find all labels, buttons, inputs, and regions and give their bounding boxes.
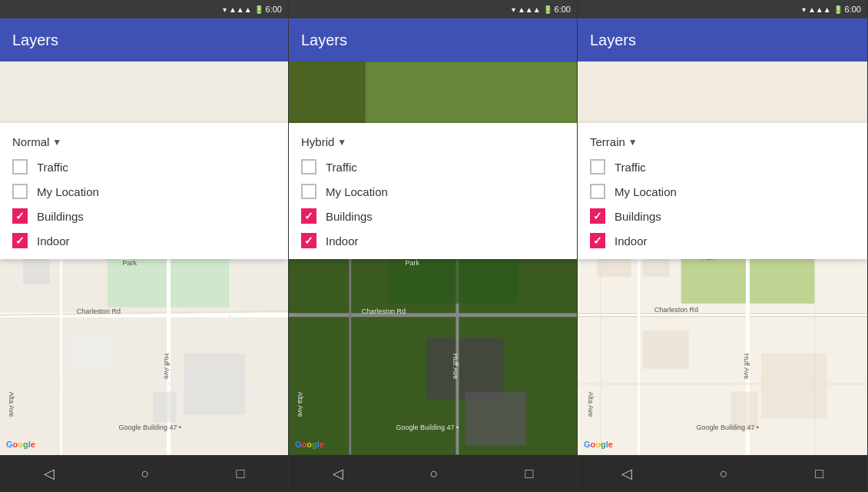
checkbox-box-mylocation-normal[interactable] <box>12 184 28 199</box>
checkbox-box-buildings-terrain[interactable]: ✓ <box>590 208 605 224</box>
nav-bar-normal: ◁ ○ □ <box>0 455 288 492</box>
recent-button-terrain[interactable]: □ <box>815 466 823 482</box>
checkbox-indoor-terrain[interactable]: ✓ Indoor <box>578 228 867 253</box>
back-button-normal[interactable]: ◁ <box>44 465 55 482</box>
signal-icon-terrain: ▲▲▲ <box>808 5 831 14</box>
svg-text:Google Building 47 •: Google Building 47 • <box>119 424 181 431</box>
status-icons: ▾ ▲▲▲ 🔋 6:00 <box>223 5 282 14</box>
checkbox-indoor-hybrid[interactable]: ✓ Indoor <box>289 228 577 253</box>
map-area-terrain[interactable]: Googleplex • Charleston Park Charleston … <box>578 62 867 455</box>
checkbox-box-traffic-normal[interactable] <box>12 159 28 175</box>
checkbox-box-mylocation-terrain[interactable] <box>590 184 605 199</box>
status-bar-terrain: ▾ ▲▲▲ 🔋 6:00 <box>578 0 867 18</box>
checkbox-box-indoor-terrain[interactable]: ✓ <box>590 233 605 248</box>
map-type-dropdown-normal[interactable]: Normal ▼ <box>0 129 288 155</box>
map-area-normal[interactable]: Googleplex • Charleston Park Charleston … <box>0 62 288 455</box>
checkbox-buildings-normal[interactable]: ✓ Buildings <box>0 204 288 228</box>
wifi-icon: ▾ <box>223 5 227 14</box>
checkbox-buildings-terrain[interactable]: ✓ Buildings <box>578 204 867 228</box>
google-logo-terrain: Google <box>584 440 613 449</box>
checkbox-box-traffic-terrain[interactable] <box>590 159 605 175</box>
svg-text:Charleston Rd: Charleston Rd <box>654 306 698 314</box>
google-logo-hybrid: Google <box>295 440 324 449</box>
checkbox-buildings-hybrid[interactable]: ✓ Buildings <box>289 204 577 228</box>
checkbox-label-traffic-terrain: Traffic <box>615 161 646 174</box>
checkbox-label-buildings-hybrid: Buildings <box>326 210 373 223</box>
back-button-terrain[interactable]: ◁ <box>621 465 632 482</box>
svg-rect-31 <box>465 392 526 446</box>
app-title-terrain: Layers <box>590 32 636 49</box>
panel-normal: ▾ ▲▲▲ 🔋 6:00 Layers <box>0 0 289 492</box>
google-logo-normal: Google <box>6 440 35 449</box>
svg-text:Huff Ave: Huff Ave <box>743 354 750 380</box>
checkbox-label-mylocation-terrain: My Location <box>615 185 677 198</box>
checkbox-label-indoor-hybrid: Indoor <box>326 234 359 248</box>
checkbox-label-traffic-hybrid: Traffic <box>326 161 357 174</box>
checkbox-box-mylocation-hybrid[interactable] <box>301 184 316 199</box>
checkbox-label-mylocation-normal: My Location <box>37 185 99 198</box>
map-area-hybrid[interactable]: Googleplex • Charleston Park Charleston … <box>289 62 577 455</box>
nav-bar-hybrid: ◁ ○ □ <box>289 455 577 492</box>
checkbox-label-buildings-terrain: Buildings <box>615 210 661 223</box>
dropdown-arrow-normal: ▼ <box>52 137 61 148</box>
battery-icon: 🔋 <box>254 5 263 14</box>
check-icon-buildings-normal: ✓ <box>15 210 25 222</box>
panel-terrain: ▾ ▲▲▲ 🔋 6:00 Layers <box>578 0 868 492</box>
battery-icon-terrain: 🔋 <box>833 5 843 14</box>
status-bar-normal: ▾ ▲▲▲ 🔋 6:00 <box>0 0 288 18</box>
checkbox-mylocation-terrain[interactable]: My Location <box>578 179 867 204</box>
svg-rect-30 <box>427 338 504 400</box>
checkbox-box-buildings-hybrid[interactable]: ✓ <box>301 208 316 224</box>
check-icon-indoor-normal: ✓ <box>15 234 25 247</box>
svg-text:Google Building 47 •: Google Building 47 • <box>396 424 459 431</box>
recent-button-hybrid[interactable]: □ <box>525 466 534 482</box>
checkbox-traffic-hybrid[interactable]: Traffic <box>289 155 577 179</box>
map-type-dropdown-terrain[interactable]: Terrain ▼ <box>578 129 867 155</box>
status-bar-hybrid: ▾ ▲▲▲ 🔋 6:00 <box>289 0 577 18</box>
home-button-normal[interactable]: ○ <box>141 466 150 482</box>
svg-rect-14 <box>153 392 176 423</box>
check-icon-buildings-hybrid: ✓ <box>304 210 313 222</box>
signal-icon-hybrid: ▲▲▲ <box>518 5 541 14</box>
checkbox-box-indoor-hybrid[interactable]: ✓ <box>301 233 316 248</box>
nav-bar-terrain: ◁ ○ □ <box>578 455 867 492</box>
map-type-label-terrain[interactable]: Terrain ▼ <box>590 135 638 148</box>
layers-panel-hybrid[interactable]: Hybrid ▼ Traffic My Location ✓ Buildings <box>289 123 577 259</box>
svg-text:Park: Park <box>406 259 420 267</box>
svg-rect-12 <box>69 331 115 369</box>
layers-panel-terrain[interactable]: Terrain ▼ Traffic My Location ✓ Building… <box>578 123 867 259</box>
svg-text:Park: Park <box>123 259 137 267</box>
map-type-label-normal[interactable]: Normal ▼ <box>12 135 61 148</box>
checkbox-box-buildings-normal[interactable]: ✓ <box>12 208 28 224</box>
wifi-icon-terrain: ▾ <box>802 5 806 14</box>
svg-rect-58 <box>643 331 689 369</box>
checkbox-indoor-normal[interactable]: ✓ Indoor <box>0 228 288 253</box>
dropdown-arrow-hybrid: ▼ <box>337 137 346 148</box>
status-icons-hybrid: ▾ ▲▲▲ 🔋 6:00 <box>512 5 571 14</box>
wifi-icon-hybrid: ▾ <box>512 5 515 14</box>
svg-text:Alta Ave: Alta Ave <box>8 392 15 417</box>
checkbox-mylocation-normal[interactable]: My Location <box>0 179 288 204</box>
recent-button-normal[interactable]: □ <box>237 466 245 482</box>
home-button-hybrid[interactable]: ○ <box>430 466 439 482</box>
back-button-hybrid[interactable]: ◁ <box>333 465 343 482</box>
checkbox-label-mylocation-hybrid: My Location <box>326 185 388 198</box>
svg-rect-45 <box>578 62 867 124</box>
home-button-terrain[interactable]: ○ <box>720 466 728 482</box>
checkbox-mylocation-hybrid[interactable]: My Location <box>289 179 577 204</box>
checkbox-traffic-terrain[interactable]: Traffic <box>578 155 867 179</box>
checkbox-box-indoor-normal[interactable]: ✓ <box>12 233 28 248</box>
battery-icon-hybrid: 🔋 <box>543 5 552 14</box>
app-bar-terrain: Layers <box>578 18 867 62</box>
layers-panel-normal[interactable]: Normal ▼ Traffic My Location ✓ Buildings <box>0 123 288 259</box>
svg-text:Huff Ave: Huff Ave <box>163 354 171 380</box>
app-bar-normal: Layers <box>0 18 288 62</box>
checkbox-label-indoor-normal: Indoor <box>37 234 70 248</box>
map-type-label-hybrid[interactable]: Hybrid ▼ <box>301 135 346 148</box>
checkbox-box-traffic-hybrid[interactable] <box>301 159 316 175</box>
checkbox-traffic-normal[interactable]: Traffic <box>0 155 288 179</box>
check-icon-buildings-terrain: ✓ <box>593 210 602 222</box>
svg-text:Google Building 47 •: Google Building 47 • <box>697 424 759 431</box>
map-type-dropdown-hybrid[interactable]: Hybrid ▼ <box>289 129 577 155</box>
status-time-terrain: 6:00 <box>845 5 861 14</box>
